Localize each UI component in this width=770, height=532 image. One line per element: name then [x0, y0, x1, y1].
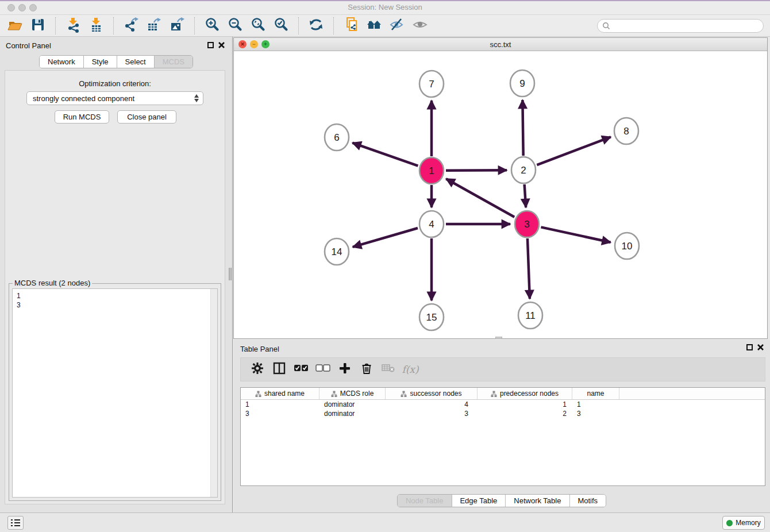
edge-2-3[interactable] [525, 184, 526, 207]
run-mcds-button[interactable]: Run MCDS [55, 110, 109, 124]
new-network-from-selection-button[interactable] [340, 16, 363, 36]
graph-node-14[interactable]: 14 [325, 238, 349, 265]
float-table-panel-icon[interactable] [746, 344, 753, 350]
memory-button[interactable]: Memory [722, 516, 765, 530]
export-image-button[interactable] [165, 16, 188, 36]
cell-name[interactable]: 1 [572, 400, 619, 409]
cell-shared-name[interactable]: 1 [241, 400, 319, 409]
graph-node-9[interactable]: 9 [510, 70, 534, 97]
cell-mcds-role[interactable]: dominator [319, 409, 386, 418]
unselect-all-columns-button[interactable] [312, 360, 334, 379]
table-settings-button[interactable] [247, 360, 268, 379]
node-table[interactable]: shared name MCDS role successor nodes pr… [240, 387, 765, 486]
edge-2-8[interactable] [537, 137, 611, 165]
shared-column-icon [331, 391, 337, 397]
cell-successor-nodes[interactable]: 4 [386, 400, 478, 409]
graph-node-11[interactable]: 11 [518, 302, 542, 329]
tab-edge-table[interactable]: Edge Table [452, 495, 506, 507]
show-all-button[interactable] [409, 16, 432, 36]
import-network-button[interactable] [61, 16, 84, 36]
network-canvas[interactable]: 1234678910111415 [234, 52, 767, 338]
close-table-panel-icon[interactable] [757, 344, 764, 351]
export-network-icon [123, 17, 139, 35]
open-session-button[interactable] [3, 16, 26, 36]
tab-network[interactable]: Network [40, 56, 84, 68]
table-row[interactable]: 3 dominator 3 2 3 [241, 409, 765, 418]
column-header-shared-name[interactable]: shared name [241, 388, 319, 399]
cell-successor-nodes[interactable]: 3 [386, 409, 478, 418]
delete-table-button[interactable] [378, 360, 399, 379]
search-input[interactable] [613, 22, 763, 30]
tab-mcds[interactable]: MCDS [155, 56, 192, 68]
cell-shared-name[interactable]: 3 [241, 409, 319, 418]
graph-node-4[interactable]: 4 [419, 211, 444, 237]
search-field[interactable] [597, 19, 764, 33]
function-builder-button[interactable]: f(x) [399, 360, 421, 379]
tab-motifs[interactable]: Motifs [569, 495, 606, 507]
cell-mcds-role[interactable]: dominator [319, 400, 386, 409]
zoom-out-button[interactable] [224, 16, 247, 36]
column-header-mcds-role[interactable]: MCDS role [319, 388, 386, 399]
criterion-dropdown[interactable]: strongly connected component [26, 91, 203, 105]
cell-name[interactable]: 3 [572, 409, 619, 418]
graph-node-2[interactable]: 2 [511, 157, 536, 183]
graph-node-1[interactable]: 1 [419, 157, 444, 184]
graph-node-10[interactable]: 10 [615, 233, 639, 259]
graph-node-8[interactable]: 8 [614, 118, 638, 144]
export-network-button[interactable] [120, 16, 143, 36]
network-window-titlebar[interactable]: ✕ − + scc.txt [234, 38, 767, 51]
houses-icon [366, 17, 382, 35]
node-table-header: shared name MCDS role successor nodes pr… [241, 388, 765, 400]
shared-column-icon [491, 391, 497, 397]
zoom-selected-button[interactable] [270, 16, 292, 36]
edge-1-2[interactable] [446, 170, 507, 171]
select-all-columns-button[interactable] [290, 360, 312, 379]
add-column-button[interactable] [334, 360, 356, 379]
panel-splitter-grip[interactable] [229, 268, 232, 280]
zoom-in-button[interactable] [201, 16, 224, 36]
main-toolbar [0, 15, 770, 37]
cell-predecessor-nodes[interactable]: 2 [478, 409, 572, 418]
network-table-splitter-grip[interactable] [495, 337, 502, 339]
edge-1-6[interactable] [352, 143, 418, 166]
refresh-icon [308, 17, 324, 35]
zoom-selected-icon [273, 17, 289, 35]
delete-columns-button[interactable] [356, 360, 378, 379]
cell-predecessor-nodes[interactable]: 1 [478, 400, 572, 409]
gear-icon [251, 362, 264, 377]
graph-node-6[interactable]: 6 [325, 124, 349, 151]
refresh-view-button[interactable] [305, 16, 328, 36]
edge-2-9[interactable] [522, 100, 523, 156]
edge-4-14[interactable] [353, 228, 418, 247]
edge-3-1[interactable] [446, 179, 514, 217]
column-header-predecessor-nodes[interactable]: predecessor nodes [478, 388, 572, 399]
split-columns-button[interactable] [268, 360, 290, 379]
tab-select[interactable]: Select [117, 56, 155, 68]
close-panel-icon[interactable] [218, 41, 225, 49]
column-label: predecessor nodes [500, 390, 559, 398]
graph-node-15[interactable]: 15 [419, 304, 444, 330]
import-table-button[interactable] [84, 16, 107, 36]
tab-node-table[interactable]: Node Table [398, 495, 452, 507]
result-scrollbar[interactable] [210, 289, 217, 497]
tab-style[interactable]: Style [84, 56, 117, 68]
graph-node-3[interactable]: 3 [515, 211, 539, 237]
hide-selected-button[interactable] [386, 16, 409, 36]
export-table-button[interactable] [143, 16, 165, 36]
edge-3-10[interactable] [541, 227, 610, 242]
search-icon [602, 22, 610, 30]
task-history-button[interactable] [7, 516, 24, 530]
column-header-name[interactable]: name [572, 388, 619, 399]
fit-content-button[interactable] [247, 16, 270, 36]
export-image-icon [169, 17, 185, 35]
table-row[interactable]: 1 dominator 4 1 1 [241, 400, 765, 409]
graph-node-7[interactable]: 7 [419, 71, 444, 97]
tab-network-table[interactable]: Network Table [506, 495, 569, 507]
float-panel-icon[interactable] [207, 42, 214, 48]
mcds-result-textarea[interactable]: 1 3 [12, 288, 218, 498]
home-button[interactable] [363, 16, 386, 36]
column-header-successor-nodes[interactable]: successor nodes [386, 388, 478, 399]
close-panel-button[interactable]: Close panel [117, 110, 176, 124]
edge-3-11[interactable] [528, 238, 530, 299]
save-session-button[interactable] [26, 16, 49, 36]
